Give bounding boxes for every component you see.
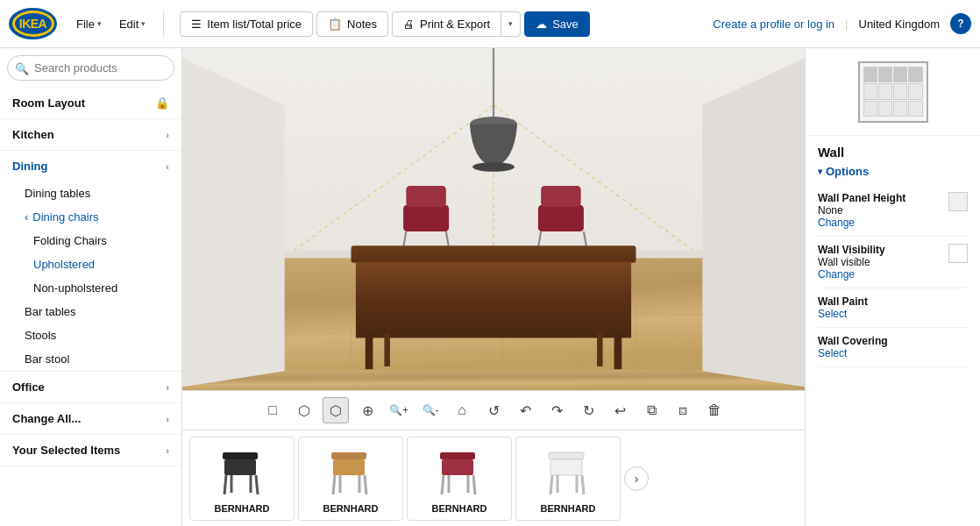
file-menu[interactable]: File ▾ (69, 13, 109, 35)
preview-cell (893, 83, 907, 100)
wall-covering-label: Wall Covering (818, 335, 968, 347)
copy-button[interactable]: ⧉ (638, 397, 664, 423)
chair-svg-tan (323, 444, 379, 500)
print-export-button[interactable]: 🖨 Print & Export (393, 12, 501, 36)
options-section-title: ▾ Options (818, 165, 968, 178)
wall-panel-height-swatch (948, 192, 968, 211)
sidebar-item-room-layout[interactable]: Room Layout 🔒 (0, 88, 181, 118)
kitchen-label: Kitchen (12, 128, 54, 141)
zoom-in-button[interactable]: 🔍+ (386, 397, 412, 423)
group-button[interactable]: ⧈ (670, 397, 696, 423)
dining-tables-label: Dining tables (25, 187, 90, 200)
home-view-button[interactable]: ⌂ (449, 397, 475, 423)
product-strip: BERNHARD BERNHARD (182, 430, 805, 526)
upholstered-label: Upholstered (33, 258, 95, 271)
wall-panel-height-change[interactable]: Change (818, 217, 941, 229)
product-next-button[interactable]: › (624, 466, 649, 491)
sidebar-item-dining-tables[interactable]: Dining tables (12, 181, 181, 205)
sidebar-item-kitchen[interactable]: Kitchen › (0, 119, 181, 150)
sidebar-item-dining-chairs[interactable]: ‹ Dining chairs (12, 205, 181, 229)
sidebar-item-non-upholstered[interactable]: Non-upholstered (12, 276, 181, 300)
3d-view-button[interactable]: ⬡ (323, 397, 349, 423)
svg-rect-22 (403, 205, 449, 231)
product-card-1[interactable]: BERNHARD (298, 437, 403, 521)
sidebar-item-upholstered[interactable]: Upholstered (12, 252, 181, 276)
iso-view-button[interactable]: ⬡ (291, 397, 317, 423)
room-view[interactable] (182, 48, 805, 390)
options-chevron-icon: ▾ (818, 167, 822, 176)
mirror-button[interactable]: ↩ (607, 397, 633, 423)
panel-title: Wall (806, 136, 980, 163)
panel-options-section: ▾ Options Wall Panel Height None Change (806, 163, 980, 369)
product-card-3[interactable]: BERNHARD (515, 437, 621, 521)
login-link[interactable]: Create a profile or log in (713, 18, 834, 31)
office-section: Office › (0, 372, 181, 403)
svg-rect-55 (550, 459, 582, 475)
item-list-button[interactable]: ☰ Item list/Total price (180, 11, 313, 37)
sidebar-item-office[interactable]: Office › (0, 372, 181, 402)
chair-svg-red (431, 444, 487, 500)
edit-label: Edit (119, 18, 138, 31)
product-image-3 (540, 444, 596, 500)
product-card-2[interactable]: BERNHARD (407, 437, 512, 521)
edit-menu[interactable]: Edit ▾ (112, 13, 153, 35)
product-label-0: BERNHARD (215, 503, 270, 514)
svg-rect-33 (614, 333, 622, 369)
ikea-logo[interactable]: IKEA (9, 8, 57, 39)
wall-visibility-change[interactable]: Change (818, 268, 941, 281)
wall-visibility-row: Wall Visibility Wall visible Change (818, 244, 968, 281)
change-all-label: Change All... (12, 412, 81, 425)
product-card-0[interactable]: BERNHARD (189, 437, 295, 521)
wall-covering-row: Wall Covering Select (818, 335, 968, 359)
preview-cell (878, 83, 892, 100)
help-icon: ? (957, 18, 963, 30)
product-image-2 (431, 444, 487, 500)
search-input[interactable] (7, 55, 174, 81)
zoom-out-button[interactable]: 🔍- (417, 397, 444, 423)
svg-rect-27 (541, 186, 581, 207)
wall-panel-height-value: None (818, 204, 941, 217)
wall-paint-select[interactable]: Select (818, 308, 968, 320)
help-button[interactable]: ? (950, 13, 971, 34)
product-next-icon: › (635, 472, 639, 486)
rotate-ccw-button[interactable]: ↺ (480, 397, 507, 423)
kitchen-arrow-icon: › (166, 130, 169, 140)
svg-line-38 (224, 475, 226, 494)
sidebar-item-change-all[interactable]: Change All... › (0, 403, 181, 434)
svg-rect-49 (442, 459, 473, 475)
sidebar-item-bar-stool[interactable]: Bar stool (12, 347, 181, 371)
office-arrow-icon: › (166, 382, 169, 393)
svg-marker-2 (702, 48, 805, 390)
sidebar-item-folding-chairs[interactable]: Folding Chairs (12, 229, 181, 252)
sidebar-item-dining[interactable]: Dining ‹ (0, 151, 181, 181)
svg-point-21 (472, 162, 515, 172)
zoom-area-button[interactable]: ⊕ (354, 397, 380, 423)
svg-marker-3 (182, 371, 805, 390)
save-button[interactable]: ☁ Save (524, 11, 590, 37)
sidebar-item-selected-items[interactable]: Your Selected Items › (0, 435, 181, 466)
preview-cell (863, 67, 877, 83)
preview-cell (893, 101, 907, 117)
undo-button[interactable]: ↶ (512, 397, 538, 423)
file-chevron-icon: ▾ (97, 19, 102, 28)
sidebar-item-stools[interactable]: Stools (12, 323, 181, 347)
dining-submenu: Dining tables ‹ Dining chairs Folding Ch… (0, 181, 181, 371)
header-separator: | (845, 18, 848, 31)
right-panel: Wall ▾ Options Wall Panel Height None Ch… (805, 48, 980, 526)
room-svg (182, 48, 805, 390)
notes-button[interactable]: 📋 Notes (316, 11, 388, 37)
preview-cell (908, 101, 922, 117)
2d-view-button[interactable]: □ (259, 397, 286, 423)
bar-stool-label: Bar stool (25, 352, 69, 366)
canvas-area: □ ⬡ ⬡ ⊕ 🔍+ 🔍- ⌂ ↺ ↶ ↷ ↻ ↩ ⧉ ⧈ 🗑 (182, 48, 805, 526)
delete-button[interactable]: 🗑 (701, 397, 728, 423)
print-export-dropdown[interactable]: ▾ (501, 14, 520, 33)
sidebar-item-bar-tables[interactable]: Bar tables (12, 300, 181, 323)
flip-button[interactable]: ↻ (575, 397, 601, 423)
wall-panel-height-row: Wall Panel Height None Change (818, 192, 968, 229)
room-layout-label: Room Layout (12, 96, 85, 110)
redo-button[interactable]: ↷ (543, 397, 570, 423)
wall-covering-select[interactable]: Select (818, 347, 968, 359)
product-label-2: BERNHARD (432, 503, 487, 514)
svg-rect-35 (597, 333, 603, 366)
